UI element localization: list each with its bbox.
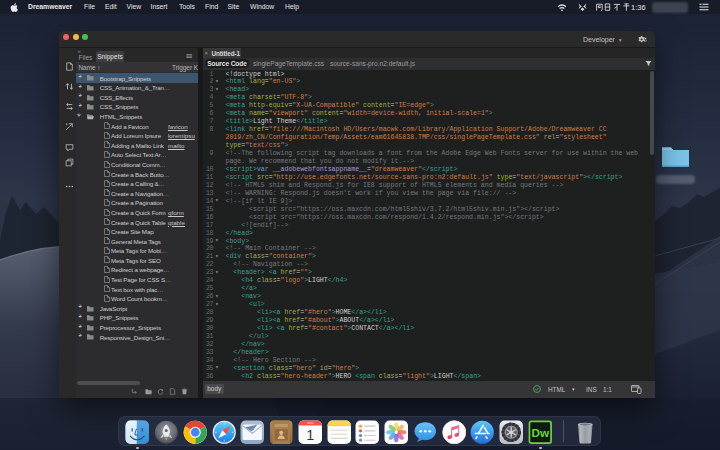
svg-text:1: 1 (306, 426, 314, 442)
svg-text:Dw: Dw (531, 425, 549, 438)
